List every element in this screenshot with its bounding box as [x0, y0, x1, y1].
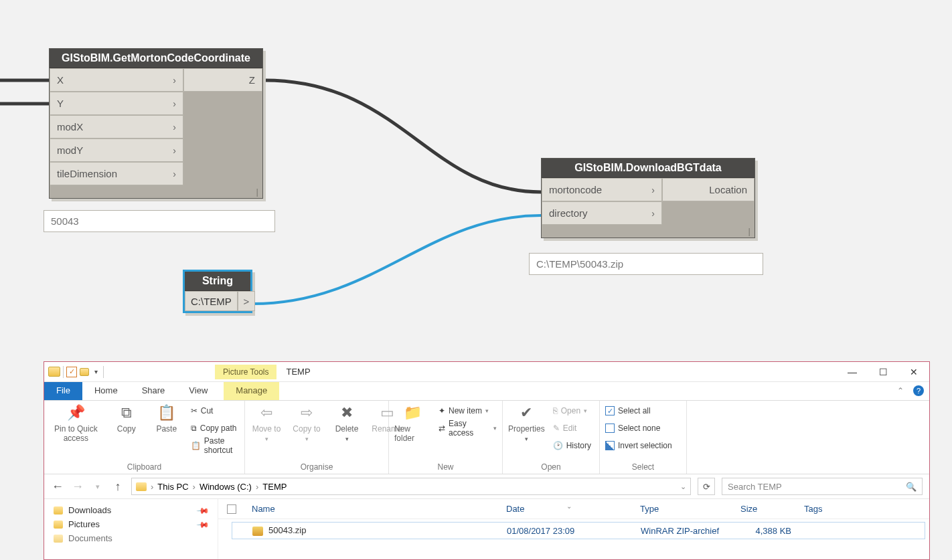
chevron-right-icon: ›	[151, 482, 153, 492]
copy-icon: ⧉	[117, 403, 136, 422]
help-icon[interactable]: ?	[913, 385, 924, 396]
folder-icon	[54, 535, 63, 543]
breadcrumb-drive[interactable]: Windows (C:)	[200, 482, 252, 492]
node-download-bgt[interactable]: GIStoBIM.DownloadBGTdata mortoncode› dir…	[541, 158, 755, 238]
invert-selection-button[interactable]: Invert selection	[605, 438, 672, 453]
pin-to-quick-access-button[interactable]: 📌 Pin to Quick access	[50, 403, 102, 443]
delete-button[interactable]: ✖Delete▾	[331, 403, 363, 442]
history-button[interactable]: 🕑History	[553, 438, 591, 453]
pin-icon: 📌	[66, 403, 85, 422]
group-label-organise: Organise	[250, 460, 383, 474]
node-get-morton-code[interactable]: GIStoBIM.GetMortonCodeCoordinate X› Y› m…	[49, 48, 263, 199]
tab-share[interactable]: Share	[130, 382, 177, 400]
navigation-pane: Downloads 📌 Pictures 📌 Documents	[44, 499, 218, 559]
copy-button[interactable]: ⧉ Copy	[110, 403, 143, 434]
window-controls: — ☐ ✕	[837, 362, 929, 382]
file-size: 4,388 KB	[734, 526, 798, 536]
cut-button[interactable]: ✂Cut	[191, 403, 239, 418]
move-to-button[interactable]: ⇦Move to▾	[250, 403, 283, 442]
port-in-modx[interactable]: modX›	[50, 115, 183, 138]
tab-manage[interactable]: Manage	[224, 382, 279, 400]
back-button[interactable]: ←	[51, 480, 64, 494]
folder-icon	[136, 482, 147, 491]
port-out-z[interactable]: Z	[183, 68, 262, 92]
sidebar-item-pictures[interactable]: Pictures 📌	[51, 517, 211, 531]
titlebar: ✓ ▾ Picture Tools TEMP — ☐ ✕	[44, 362, 929, 382]
column-type[interactable]: Type	[633, 504, 734, 514]
copy-path-button[interactable]: ⧉Copy path	[191, 421, 239, 436]
sidebar-item-downloads[interactable]: Downloads 📌	[51, 503, 211, 517]
folder-icon	[48, 367, 60, 377]
properties-icon[interactable]: ✓	[66, 367, 77, 377]
file-name: 50043.zip	[268, 525, 306, 535]
port-in-tiledimension[interactable]: tileDimension›	[50, 162, 183, 185]
contextual-tab-label: Picture Tools	[215, 365, 276, 379]
chevron-right-icon: ›	[173, 98, 176, 109]
tab-home[interactable]: Home	[82, 382, 130, 400]
breadcrumb-folder[interactable]: TEMP	[262, 482, 287, 492]
select-all-icon	[605, 406, 615, 415]
node-string[interactable]: String C:\TEMP >	[183, 270, 252, 313]
breadcrumb-thispc[interactable]: This PC	[157, 482, 188, 492]
node-title: GIStoBIM.DownloadBGTdata	[542, 159, 755, 178]
lacing-indicator: |	[542, 225, 755, 238]
column-tags[interactable]: Tags	[797, 504, 929, 514]
easy-access-button[interactable]: ⇄Easy access▾	[439, 421, 497, 436]
maximize-button[interactable]: ☐	[868, 362, 898, 382]
paste-shortcut-button[interactable]: 📋Paste shortcut	[191, 438, 239, 453]
open-button[interactable]: ⎘Open▾	[553, 403, 591, 418]
qat-dropdown-icon[interactable]: ▾	[92, 368, 100, 375]
window-title: TEMP	[276, 367, 310, 377]
close-button[interactable]: ✕	[898, 362, 929, 382]
breadcrumb[interactable]: › This PC › Windows (C:) › TEMP ⌄	[131, 478, 691, 495]
paste-shortcut-icon: 📋	[191, 441, 201, 450]
port-out-string[interactable]: >	[238, 291, 255, 311]
node-title: String	[185, 272, 250, 291]
port-in-x[interactable]: X›	[50, 68, 183, 92]
properties-icon: ✔	[517, 403, 536, 422]
forward-button[interactable]: →	[71, 480, 84, 494]
paste-button[interactable]: 📋 Paste	[151, 403, 183, 434]
string-value[interactable]: C:\TEMP	[185, 291, 238, 311]
column-size[interactable]: Size	[734, 504, 797, 514]
refresh-button[interactable]: ⟳	[698, 478, 715, 495]
file-list: Name Date⌄ Type Size Tags 50043.zip 01/0…	[218, 499, 929, 559]
select-all-button[interactable]: Select all	[605, 403, 672, 418]
tab-view[interactable]: View	[177, 382, 220, 400]
properties-button[interactable]: ✔Properties▾	[508, 403, 545, 442]
group-label-new: New	[394, 460, 497, 474]
minimize-button[interactable]: —	[837, 362, 868, 382]
collapse-ribbon-icon[interactable]: ⌃	[893, 382, 908, 400]
move-to-icon: ⇦	[257, 403, 276, 422]
port-in-directory[interactable]: directory›	[542, 201, 662, 225]
column-name[interactable]: Name	[245, 504, 499, 514]
select-none-button[interactable]: Select none	[605, 421, 672, 436]
new-folder-button[interactable]: 📁New folder	[394, 403, 430, 443]
new-item-icon: ✦	[439, 406, 445, 415]
node-preview-morton: 50043	[44, 210, 275, 232]
edit-button[interactable]: ✎Edit	[553, 421, 591, 436]
chevron-right-icon: ›	[193, 482, 195, 492]
port-out-location[interactable]: Location	[662, 178, 755, 201]
column-date[interactable]: Date⌄	[499, 504, 633, 514]
port-in-mody[interactable]: modY›	[50, 138, 183, 162]
chevron-right-icon: ›	[651, 208, 655, 219]
new-folder-icon[interactable]	[80, 368, 89, 376]
port-in-y[interactable]: Y›	[50, 92, 183, 115]
tab-file[interactable]: File	[44, 382, 82, 400]
recent-locations-button[interactable]: ▾	[91, 482, 104, 491]
select-all-checkbox[interactable]	[227, 504, 236, 514]
sidebar-item-documents[interactable]: Documents	[51, 531, 211, 545]
copy-to-button[interactable]: ⇨Copy to▾	[291, 403, 323, 442]
breadcrumb-dropdown-icon[interactable]: ⌄	[680, 482, 686, 491]
search-input[interactable]: Search TEMP 🔍	[722, 478, 923, 495]
file-explorer-window: ✓ ▾ Picture Tools TEMP — ☐ ✕ File Home S…	[44, 361, 930, 560]
port-in-mortoncode[interactable]: mortoncode›	[542, 178, 662, 201]
up-button[interactable]: ↑	[111, 480, 125, 494]
file-row[interactable]: 50043.zip 01/08/2017 23:09 WinRAR ZIP-ar…	[232, 522, 925, 539]
address-bar: ← → ▾ ↑ › This PC › Windows (C:) › TEMP …	[44, 474, 929, 499]
new-item-button[interactable]: ✦New item▾	[439, 403, 497, 418]
copy-to-icon: ⇨	[297, 403, 316, 422]
file-date: 01/08/2017 23:09	[500, 526, 634, 536]
ribbon: 📌 Pin to Quick access ⧉ Copy 📋 Paste ✂Cu…	[44, 401, 929, 474]
